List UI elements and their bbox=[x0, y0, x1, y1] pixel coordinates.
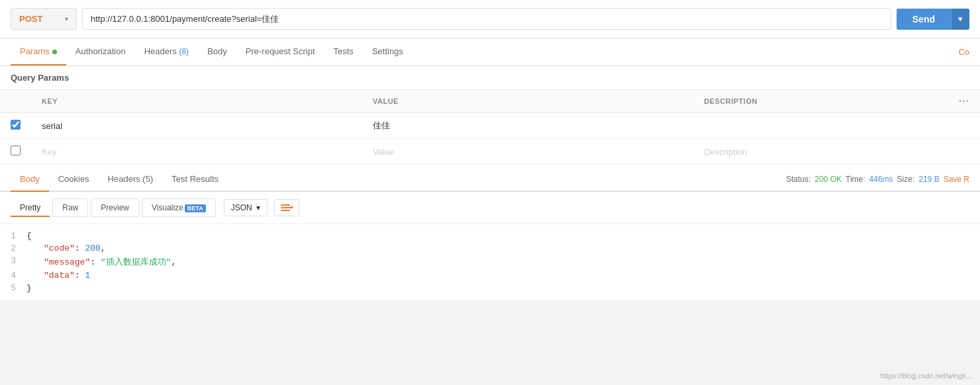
col-value-header: VALUE bbox=[362, 90, 693, 113]
line-num-4: 4 bbox=[0, 271, 26, 280]
row1-value-value: 佳佳 bbox=[373, 120, 390, 130]
url-input[interactable] bbox=[82, 8, 891, 30]
code-line-1: 1 { bbox=[0, 230, 980, 242]
status-ok-value: 200 OK bbox=[814, 175, 842, 184]
tab-response-body[interactable]: Body bbox=[11, 167, 49, 192]
url-bar: POST ▾ Send ▾ bbox=[0, 0, 980, 38]
size-value: 219 B bbox=[918, 175, 939, 184]
row1-checkbox[interactable] bbox=[11, 120, 21, 130]
col-checkbox-header bbox=[0, 90, 31, 113]
beta-badge: BETA bbox=[185, 204, 206, 212]
tab-authorization[interactable]: Authorization bbox=[66, 38, 135, 65]
code-line-4: 4 "data": 1 bbox=[0, 269, 980, 282]
tab-body[interactable]: Body bbox=[198, 38, 236, 65]
more-actions-icon[interactable]: ··· bbox=[959, 95, 969, 107]
code-line-3: 3 "message": "插入数据库成功", bbox=[0, 255, 980, 269]
tab-cookies[interactable]: Cookies bbox=[49, 167, 99, 192]
wrap-button[interactable] bbox=[274, 199, 299, 216]
col-description-header: DESCRIPTION bbox=[693, 90, 932, 113]
format-raw-button[interactable]: Raw bbox=[52, 198, 88, 217]
svg-rect-2 bbox=[281, 210, 290, 211]
json-chevron-icon: ▾ bbox=[256, 203, 260, 212]
svg-rect-1 bbox=[281, 207, 293, 208]
row2-checkbox[interactable] bbox=[11, 146, 21, 155]
format-pretty-button[interactable]: Pretty bbox=[11, 199, 50, 217]
format-preview-button[interactable]: Preview bbox=[91, 198, 139, 217]
line-num-5: 5 bbox=[0, 283, 26, 293]
line-content-3: "message": "插入数据库成功", bbox=[26, 256, 980, 268]
bottom-tabs-container: Body Cookies Headers (5) Test Results St… bbox=[0, 167, 980, 192]
row1-key-value: serial bbox=[42, 121, 62, 131]
row2-key-placeholder: Key bbox=[42, 147, 56, 157]
method-select[interactable]: POST ▾ bbox=[11, 8, 77, 30]
tab-tests[interactable]: Tests bbox=[324, 38, 363, 65]
row1-checkbox-cell bbox=[0, 113, 31, 139]
params-table: KEY VALUE DESCRIPTION ··· serial 佳佳 bbox=[0, 89, 980, 165]
table-row: Key Value Description bbox=[0, 139, 980, 165]
row1-actions-cell bbox=[932, 113, 980, 139]
code-container: 1 { 2 "code": 200, 3 "message": "插入数据库成功… bbox=[0, 224, 980, 300]
headers-badge: (8) bbox=[179, 47, 189, 56]
code-line-5: 5 } bbox=[0, 282, 980, 294]
svg-rect-0 bbox=[281, 204, 290, 206]
line-content-4: "data": 1 bbox=[26, 271, 980, 280]
send-button[interactable]: Send bbox=[897, 9, 951, 30]
row2-value-cell: Value bbox=[362, 139, 693, 165]
line-content-5: } bbox=[26, 283, 980, 293]
time-value: 446ms bbox=[869, 175, 893, 184]
watermark: https://blog.csdn.net/wingti... bbox=[880, 372, 972, 380]
method-label: POST bbox=[19, 14, 42, 24]
cookies-link[interactable]: Co bbox=[958, 47, 969, 57]
size-label: Size: bbox=[897, 175, 915, 184]
table-row: serial 佳佳 bbox=[0, 113, 980, 139]
line-content-2: "code": 200, bbox=[26, 243, 980, 253]
main-container: POST ▾ Send ▾ Params Authorization Heade… bbox=[0, 0, 980, 300]
row1-description-cell bbox=[693, 113, 932, 139]
save-response-button[interactable]: Save R bbox=[944, 175, 969, 184]
row2-description-placeholder: Description bbox=[704, 147, 747, 157]
send-btn-group: Send ▾ bbox=[897, 9, 969, 30]
status-bar: Status: 200 OK Time: 446ms Size: 219 B S… bbox=[786, 175, 969, 184]
row1-key-cell: serial bbox=[31, 113, 362, 139]
row2-value-placeholder: Value bbox=[373, 147, 394, 157]
row2-actions-cell bbox=[932, 139, 980, 165]
row2-key-cell: Key bbox=[31, 139, 362, 165]
tab-params[interactable]: Params bbox=[11, 38, 66, 65]
line-num-3: 3 bbox=[0, 256, 26, 268]
col-actions-header: ··· bbox=[932, 90, 980, 113]
line-content-1: { bbox=[26, 231, 980, 241]
tab-test-results[interactable]: Test Results bbox=[162, 167, 228, 192]
chevron-down-icon: ▾ bbox=[65, 15, 68, 22]
row1-value-cell: 佳佳 bbox=[362, 113, 693, 139]
params-dot bbox=[52, 50, 57, 54]
code-line-2: 2 "code": 200, bbox=[0, 242, 980, 255]
line-num-2: 2 bbox=[0, 243, 26, 253]
json-format-label: JSON bbox=[231, 203, 252, 212]
tab-response-headers[interactable]: Headers (5) bbox=[99, 167, 163, 192]
response-toolbar: Pretty Raw Preview VisualizeBETA JSON ▾ bbox=[0, 192, 980, 224]
status-label: Status: bbox=[786, 175, 810, 184]
tab-prerequest[interactable]: Pre-request Script bbox=[236, 38, 324, 65]
time-label: Time: bbox=[846, 175, 865, 184]
row2-checkbox-cell bbox=[0, 139, 31, 165]
row2-description-cell: Description bbox=[693, 139, 932, 165]
format-visualize-button[interactable]: VisualizeBETA bbox=[142, 198, 216, 217]
col-key-header: KEY bbox=[31, 90, 362, 113]
line-num-1: 1 bbox=[0, 231, 26, 241]
send-dropdown-button[interactable]: ▾ bbox=[951, 9, 969, 30]
tab-headers[interactable]: Headers (8) bbox=[135, 38, 198, 65]
top-tabs-container: Params Authorization Headers (8) Body Pr… bbox=[0, 38, 980, 66]
json-format-select[interactable]: JSON ▾ bbox=[224, 199, 268, 216]
query-params-header: Query Params bbox=[0, 66, 980, 89]
tab-settings[interactable]: Settings bbox=[363, 38, 413, 65]
